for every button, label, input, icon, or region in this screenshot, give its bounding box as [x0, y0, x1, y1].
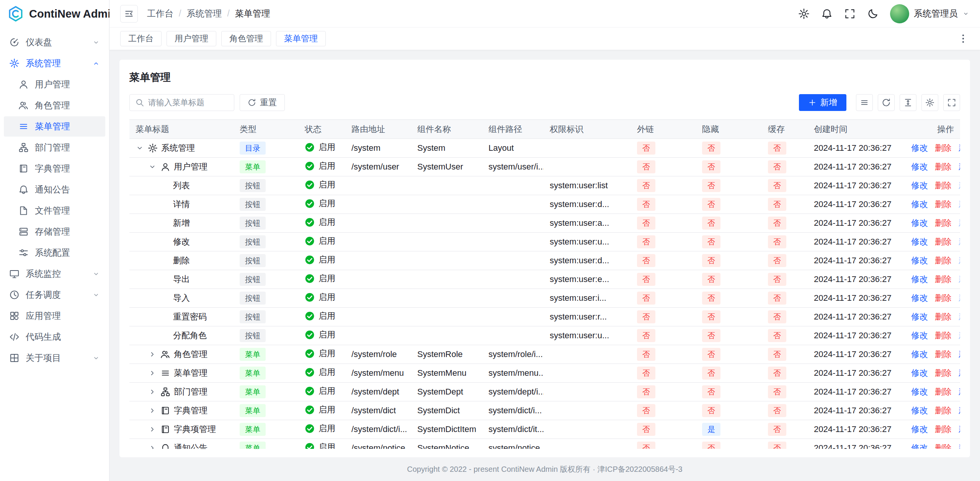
delete-link[interactable]: 删除 — [935, 293, 952, 303]
breadcrumb-item[interactable]: 工作台 — [147, 8, 173, 20]
edit-link[interactable]: 修改 — [911, 256, 928, 265]
delete-link[interactable]: 删除 — [935, 312, 952, 321]
row-expand-icon[interactable] — [148, 163, 157, 171]
add-link[interactable]: 新增 — [959, 293, 960, 303]
delete-link[interactable]: 删除 — [935, 349, 952, 359]
sidebar-item[interactable]: 系统管理 — [4, 53, 105, 73]
sidebar-item[interactable]: 存储管理 — [4, 222, 105, 242]
delete-link[interactable]: 删除 — [935, 199, 952, 209]
row-expand-icon[interactable] — [148, 425, 157, 434]
breadcrumb-item[interactable]: 菜单管理 — [235, 8, 270, 20]
tab[interactable]: 用户管理 — [167, 31, 216, 46]
add-link[interactable]: 新增 — [959, 274, 960, 284]
sidebar-item[interactable]: 角色管理 — [4, 95, 105, 116]
delete-link[interactable]: 删除 — [935, 274, 952, 284]
delete-link[interactable]: 删除 — [935, 331, 952, 340]
tab[interactable]: 工作台 — [120, 31, 162, 46]
breadcrumb-item[interactable]: 系统管理 — [186, 8, 222, 20]
delete-link[interactable]: 删除 — [935, 237, 952, 246]
delete-link[interactable]: 删除 — [935, 406, 952, 415]
sidebar-item[interactable]: 字典管理 — [4, 158, 105, 179]
edit-link[interactable]: 修改 — [911, 181, 928, 190]
add-link[interactable]: 新增 — [959, 256, 960, 265]
edit-link[interactable]: 修改 — [911, 349, 928, 359]
edit-link[interactable]: 修改 — [911, 199, 928, 209]
sidebar-item[interactable]: 任务调度 — [4, 285, 105, 305]
edit-link[interactable]: 修改 — [911, 387, 928, 396]
notification-bell-icon[interactable] — [821, 8, 833, 20]
add-link[interactable]: 新增 — [959, 443, 960, 449]
row-expand-icon[interactable] — [136, 144, 144, 152]
add-link[interactable]: 新增 — [959, 237, 960, 246]
add-link[interactable]: 新增 — [959, 218, 960, 228]
row-expand-icon[interactable] — [148, 350, 157, 359]
sidebar-item[interactable]: 应用管理 — [4, 306, 105, 326]
settings-icon[interactable] — [798, 8, 810, 20]
sidebar-item[interactable]: 菜单管理 — [4, 116, 105, 137]
edit-link[interactable]: 修改 — [911, 237, 928, 246]
fullscreen-icon[interactable] — [844, 8, 856, 20]
sidebar-item[interactable]: 关于项目 — [4, 348, 105, 368]
delete-link[interactable]: 删除 — [935, 181, 952, 190]
app-logo[interactable]: ContiNew Admin — [0, 0, 109, 28]
row-expand-icon[interactable] — [148, 369, 157, 377]
row-expand-icon[interactable] — [148, 406, 157, 415]
sidebar-item[interactable]: 用户管理 — [4, 74, 105, 95]
sidebar-item[interactable]: 仪表盘 — [4, 32, 105, 52]
add-link[interactable]: 新增 — [959, 387, 960, 396]
delete-link[interactable]: 删除 — [935, 387, 952, 396]
delete-link[interactable]: 删除 — [935, 256, 952, 265]
add-link[interactable]: 新增 — [959, 143, 960, 153]
edit-link[interactable]: 修改 — [911, 443, 928, 449]
add-link[interactable]: 新增 — [959, 368, 960, 378]
sidebar-item[interactable]: 代码生成 — [4, 327, 105, 347]
edit-link[interactable]: 修改 — [911, 331, 928, 340]
add-link[interactable]: 新增 — [959, 199, 960, 209]
sidebar-item[interactable]: 文件管理 — [4, 201, 105, 221]
add-link[interactable]: 新增 — [959, 349, 960, 359]
type-tag: 菜单 — [240, 385, 266, 398]
refresh-table-icon[interactable] — [878, 94, 895, 111]
edit-link[interactable]: 修改 — [911, 274, 928, 284]
delete-link[interactable]: 删除 — [935, 443, 952, 449]
add-link[interactable]: 新增 — [959, 312, 960, 321]
add-link[interactable]: 新增 — [959, 331, 960, 340]
sidebar-item[interactable]: 系统监控 — [4, 264, 105, 284]
edit-link[interactable]: 修改 — [911, 143, 928, 153]
reset-button[interactable]: 重置 — [240, 94, 285, 111]
tab[interactable]: 菜单管理 — [276, 31, 326, 46]
row-expand-icon[interactable] — [148, 444, 157, 449]
search-input[interactable] — [148, 98, 229, 107]
edit-link[interactable]: 修改 — [911, 368, 928, 378]
delete-link[interactable]: 删除 — [935, 143, 952, 153]
edit-link[interactable]: 修改 — [911, 293, 928, 303]
delete-link[interactable]: 删除 — [935, 424, 952, 434]
dark-mode-icon[interactable] — [867, 8, 879, 20]
delete-link[interactable]: 删除 — [935, 218, 952, 228]
row-expand-icon[interactable] — [148, 388, 157, 396]
sidebar-item[interactable]: 通知公告 — [4, 179, 105, 200]
edit-link[interactable]: 修改 — [911, 162, 928, 171]
sidebar-collapse-button[interactable] — [120, 5, 138, 23]
edit-link[interactable]: 修改 — [911, 312, 928, 321]
user-menu[interactable]: 系统管理员 — [890, 4, 969, 23]
delete-link[interactable]: 删除 — [935, 368, 952, 378]
add-link[interactable]: 新增 — [959, 162, 960, 171]
add-link[interactable]: 新增 — [959, 406, 960, 415]
edit-link[interactable]: 修改 — [911, 424, 928, 434]
add-link[interactable]: 新增 — [959, 424, 960, 434]
edit-link[interactable]: 修改 — [911, 218, 928, 228]
add-button[interactable]: 新增 — [799, 94, 846, 111]
edit-link[interactable]: 修改 — [911, 406, 928, 415]
row-height-icon[interactable] — [900, 94, 916, 111]
table-fullscreen-icon[interactable] — [943, 94, 960, 111]
tab[interactable]: 角色管理 — [221, 31, 271, 46]
app-window: ContiNew Admin 仪表盘系统管理用户管理角色管理菜单管理部门管理字典… — [0, 0, 980, 481]
add-link[interactable]: 新增 — [959, 181, 960, 190]
tabs-more-icon[interactable] — [957, 33, 969, 45]
column-settings-icon[interactable] — [921, 94, 938, 111]
density-icon[interactable] — [856, 94, 873, 111]
sidebar-item[interactable]: 部门管理 — [4, 137, 105, 158]
sidebar-item[interactable]: 系统配置 — [4, 243, 105, 263]
delete-link[interactable]: 删除 — [935, 162, 952, 171]
